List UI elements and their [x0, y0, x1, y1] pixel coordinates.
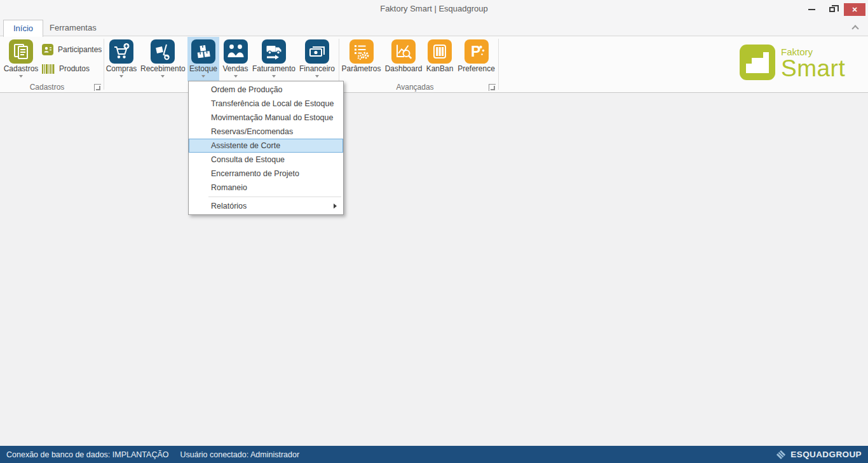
- menu-item-reservas-encomendas[interactable]: Reservas/Encomendas: [189, 125, 343, 139]
- menu-separator: [208, 197, 341, 197]
- handshake-icon: [224, 39, 248, 64]
- documents-icon: [9, 39, 33, 64]
- esquadgroup-brand-label: ESQUADGROUP: [790, 450, 862, 459]
- dropdown-arrow-icon: [119, 75, 123, 78]
- esquadgroup-brand: ESQUADGROUP: [776, 450, 862, 460]
- menu-item-movimentacao-manual-estoque[interactable]: Movimentação Manual do Estoque: [189, 111, 343, 125]
- banknotes-icon: [305, 39, 329, 64]
- app-window: Faktory Smart | Esquadgroup ✕ Início Fer…: [0, 0, 868, 463]
- dialog-launcher-avancadas[interactable]: [489, 84, 496, 91]
- titlebar: Faktory Smart | Esquadgroup ✕: [0, 0, 868, 18]
- menu-item-ordem-de-producao[interactable]: Ordem de Produção: [189, 83, 343, 97]
- connected-user-status: Usuário conectado: Administrador: [180, 450, 299, 459]
- faturamento-button[interactable]: Faturamento: [252, 37, 295, 81]
- statusbar: Conexão de banco de dados: IMPLANTAÇÃO U…: [0, 446, 868, 463]
- participantes-label: Participantes: [58, 45, 102, 54]
- produtos-button[interactable]: Produtos: [42, 61, 90, 76]
- cadastros-button[interactable]: Cadastros: [3, 37, 39, 81]
- parametros-button[interactable]: Parâmetros: [341, 37, 381, 81]
- relatorios-label: Relatórios: [211, 202, 247, 211]
- parametros-label: Parâmetros: [341, 65, 381, 73]
- settings-list-icon: [349, 39, 374, 64]
- window-controls: ✕: [803, 3, 865, 16]
- tab-ferramentas[interactable]: Ferramentas: [40, 20, 106, 36]
- dropdown-arrow-icon: [272, 75, 276, 78]
- vendas-button[interactable]: Vendas: [220, 37, 250, 81]
- barcode-icon: [42, 64, 55, 74]
- faturamento-label: Faturamento: [252, 65, 295, 73]
- preference-label: Preference: [456, 65, 497, 73]
- menu-item-romaneio[interactable]: Romaneio: [189, 181, 343, 195]
- compras-button[interactable]: Compras: [105, 37, 137, 81]
- compras-label: Compras: [105, 65, 137, 73]
- tab-inicio[interactable]: Início: [3, 20, 43, 37]
- vendas-label: Vendas: [220, 65, 250, 73]
- preference-p-icon: P: [465, 39, 489, 64]
- menu-item-transferencia-local-estoque[interactable]: Transferência de Local de Estoque: [189, 97, 343, 111]
- kanban-columns-icon: [428, 39, 452, 64]
- recebimento-button[interactable]: Recebimento: [140, 37, 185, 81]
- produtos-label: Produtos: [59, 64, 90, 73]
- dropdown-arrow-icon: [315, 75, 319, 78]
- ribbon-tabrow: Início Ferramentas: [0, 18, 868, 36]
- group-separator: [498, 39, 499, 90]
- estoque-label: Estoque: [187, 65, 219, 73]
- group-label-avancadas: Avançadas: [341, 83, 489, 92]
- esquadgroup-diamond-icon: [776, 450, 786, 460]
- dropdown-arrow-icon: [161, 75, 165, 78]
- menu-item-assistente-de-corte[interactable]: Assistente de Corte: [189, 139, 343, 153]
- shopping-cart-icon: [109, 39, 133, 64]
- hand-truck-icon: [151, 39, 175, 64]
- db-connection-status: Conexão de banco de dados: IMPLANTAÇÃO: [6, 450, 168, 459]
- contact-card-icon: [42, 44, 53, 55]
- delivery-truck-icon: [262, 39, 286, 64]
- chart-magnifier-icon: [391, 39, 416, 64]
- recebimento-label: Recebimento: [140, 65, 185, 73]
- window-title: Faktory Smart | Esquadgroup: [0, 0, 868, 18]
- financeiro-button[interactable]: Financeiro: [297, 37, 337, 81]
- restore-button[interactable]: [824, 3, 840, 16]
- workspace-area: [0, 93, 868, 446]
- preference-button[interactable]: P Preference: [456, 37, 497, 81]
- chevron-up-icon: [851, 25, 858, 32]
- app-logo: Faktory Smart: [740, 45, 845, 80]
- group-label-cadastros: Cadastros: [0, 83, 94, 92]
- estoque-dropdown-menu: Ordem de Produção Transferência de Local…: [188, 81, 344, 215]
- dropdown-arrow-icon: [19, 75, 23, 78]
- stock-boxes-icon: [191, 39, 215, 64]
- dialog-launcher-cadastros[interactable]: [94, 84, 101, 91]
- dashboard-label: Dashboard: [383, 65, 424, 73]
- estoque-button[interactable]: Estoque: [187, 37, 219, 81]
- dropdown-arrow-icon: [201, 75, 205, 78]
- cadastros-label: Cadastros: [3, 65, 39, 73]
- collapse-ribbon-button[interactable]: [850, 24, 860, 31]
- menu-item-consulta-de-estoque[interactable]: Consulta de Estoque: [189, 153, 343, 167]
- submenu-arrow-icon: [334, 204, 337, 209]
- kanban-button[interactable]: KanBan: [425, 37, 454, 81]
- logo-word-smart: Smart: [781, 57, 845, 80]
- menu-item-relatorios[interactable]: Relatórios: [189, 199, 343, 213]
- svg-text:P: P: [471, 43, 480, 60]
- financeiro-label: Financeiro: [297, 65, 337, 73]
- kanban-label: KanBan: [425, 65, 454, 73]
- faktory-stairs-icon: [740, 45, 775, 80]
- close-icon: ✕: [851, 6, 857, 14]
- ribbon: Cadastros Participantes Produtos: [0, 36, 868, 93]
- minimize-button[interactable]: [803, 3, 820, 16]
- group-separator: [104, 39, 104, 90]
- logo-text: Faktory Smart: [781, 45, 845, 80]
- close-button[interactable]: ✕: [844, 3, 865, 16]
- minimize-icon: [808, 9, 815, 10]
- participantes-button[interactable]: Participantes: [42, 42, 102, 57]
- menu-item-encerramento-de-projeto[interactable]: Encerramento de Projeto: [189, 167, 343, 181]
- dropdown-arrow-icon: [234, 75, 238, 78]
- restore-icon: [829, 7, 835, 12]
- dashboard-button[interactable]: Dashboard: [383, 37, 424, 81]
